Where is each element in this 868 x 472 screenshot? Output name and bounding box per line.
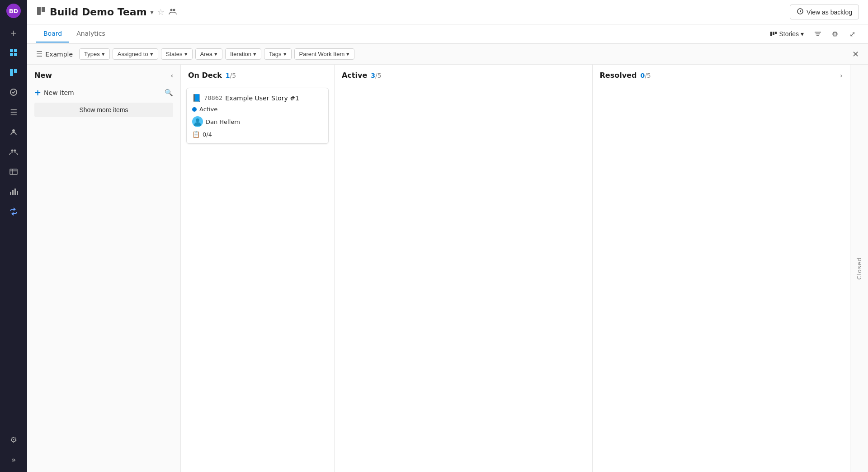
- pipelines-icon[interactable]: [5, 203, 23, 221]
- svg-rect-1: [14, 49, 17, 52]
- team-members-icon[interactable]: [168, 7, 177, 18]
- column-active-count: 3/5: [371, 72, 381, 79]
- svg-rect-24: [775, 32, 777, 34]
- card-id: 78862: [204, 94, 222, 101]
- new-item-row[interactable]: + New item 🔍: [27, 84, 180, 101]
- column-resolved-arrow-icon[interactable]: ›: [840, 72, 843, 79]
- types-chevron: ▾: [102, 51, 105, 57]
- svg-point-20: [173, 9, 175, 11]
- avatar[interactable]: BD: [6, 4, 21, 18]
- svg-rect-22: [770, 32, 772, 36]
- board-header-icon: [36, 6, 46, 18]
- svg-rect-18: [42, 7, 45, 12]
- status-label: Active: [199, 106, 217, 113]
- svg-rect-4: [10, 69, 13, 76]
- column-active: Active 3/5: [335, 65, 593, 472]
- closed-label: Closed: [856, 257, 863, 280]
- svg-point-8: [11, 150, 14, 152]
- stories-label: Stories: [779, 30, 799, 38]
- backlog-icon: [797, 8, 804, 16]
- team-icon[interactable]: [5, 143, 23, 161]
- title-dropdown-icon[interactable]: ▾: [151, 9, 154, 16]
- new-item-label: New item: [44, 89, 74, 96]
- filter-icon-button[interactable]: [811, 27, 825, 41]
- card-status: Active: [192, 106, 323, 113]
- new-item-plus-icon: +: [34, 88, 41, 97]
- tags-filter-button[interactable]: Tags ▾: [264, 48, 291, 60]
- search-icon[interactable]: 🔍: [165, 89, 173, 97]
- svg-rect-23: [773, 32, 774, 35]
- tags-chevron: ▾: [283, 51, 287, 57]
- tab-controls: Stories ▾ ⚙ ⤢: [766, 24, 859, 43]
- tab-analytics[interactable]: Analytics: [69, 25, 113, 42]
- states-filter-button[interactable]: States ▾: [161, 48, 193, 60]
- status-dot: [192, 107, 197, 112]
- sprint-icon[interactable]: [5, 83, 23, 101]
- states-chevron: ▾: [184, 51, 188, 57]
- column-on-deck-count: 1/5: [226, 72, 236, 79]
- favorite-icon[interactable]: ☆: [157, 7, 165, 17]
- tags-label: Tags: [269, 51, 281, 57]
- sidebar: BD + ☰ ⚙ »: [0, 0, 27, 472]
- column-resolved-header: Resolved 0/5 ›: [593, 65, 850, 84]
- task-count: 0/4: [203, 131, 212, 138]
- analytics-icon[interactable]: [5, 183, 23, 201]
- filter-bar-icon: ☰: [36, 50, 42, 58]
- area-chevron: ▾: [214, 51, 217, 57]
- parent-work-item-filter-button[interactable]: Parent Work Item ▾: [294, 48, 355, 60]
- table-icon[interactable]: [5, 163, 23, 181]
- svg-rect-10: [10, 169, 17, 175]
- expand-icon-button[interactable]: ⤢: [845, 27, 859, 41]
- show-more-items-button[interactable]: Show more items: [34, 103, 173, 117]
- person-icon[interactable]: [5, 123, 23, 141]
- svg-rect-16: [17, 191, 18, 195]
- column-on-deck-title: On Deck: [188, 71, 222, 80]
- column-closed: Closed: [850, 65, 868, 472]
- svg-rect-14: [12, 190, 14, 195]
- filter-bar: ☰ Example Types ▾ Assigned to ▾ States ▾…: [27, 44, 868, 65]
- column-new-collapse-icon[interactable]: ‹: [170, 72, 173, 79]
- svg-rect-2: [10, 53, 13, 56]
- svg-rect-15: [14, 189, 16, 195]
- settings-icon[interactable]: ⚙: [5, 430, 23, 448]
- settings-icon-button[interactable]: ⚙: [828, 27, 842, 41]
- filter-close-button[interactable]: ✕: [852, 49, 859, 59]
- svg-point-9: [14, 150, 16, 152]
- view-as-backlog-button[interactable]: View as backlog: [790, 5, 859, 19]
- iteration-label: Iteration: [230, 51, 251, 57]
- stories-chevron-icon: ▾: [801, 30, 804, 38]
- svg-rect-5: [14, 69, 17, 73]
- assignee-avatar: [192, 116, 203, 127]
- parent-work-item-chevron: ▾: [346, 51, 349, 57]
- area-label: Area: [200, 51, 212, 57]
- collapse-icon[interactable]: »: [5, 450, 23, 468]
- iteration-filter-button[interactable]: Iteration ▾: [225, 48, 261, 60]
- boards-active-icon[interactable]: [5, 63, 23, 81]
- stories-dropdown-button[interactable]: Stories ▾: [766, 28, 807, 39]
- list-icon[interactable]: ☰: [5, 103, 23, 121]
- card-78862[interactable]: 📘 78862 Example User Story #1 Active Dan…: [186, 88, 329, 144]
- area-filter-button[interactable]: Area ▾: [195, 48, 222, 60]
- plus-icon[interactable]: +: [5, 24, 23, 42]
- card-type-icon: 📘: [192, 94, 201, 102]
- svg-rect-0: [10, 49, 13, 52]
- card-title: Example User Story #1: [225, 94, 299, 102]
- iteration-chevron: ▾: [253, 51, 256, 57]
- home-icon[interactable]: [5, 43, 23, 61]
- types-filter-button[interactable]: Types ▾: [79, 48, 110, 60]
- tab-board[interactable]: Board: [36, 25, 69, 42]
- card-top: 📘 78862 Example User Story #1: [192, 94, 323, 102]
- column-active-title: Active: [342, 71, 367, 80]
- column-new-title: New: [34, 71, 52, 80]
- svg-point-28: [196, 118, 199, 122]
- svg-rect-17: [37, 7, 41, 15]
- parent-work-item-label: Parent Work Item: [299, 51, 345, 57]
- assigned-to-label: Assigned to: [118, 51, 148, 57]
- assigned-to-filter-button[interactable]: Assigned to ▾: [113, 48, 158, 60]
- card-assignee: Dan Hellem: [192, 116, 323, 127]
- svg-rect-3: [14, 53, 17, 56]
- column-on-deck: On Deck 1/5 📘 78862 Example User Story #…: [181, 65, 335, 472]
- board: New ‹ + New item 🔍 Show more items On De…: [27, 65, 868, 472]
- card-tasks: 📋 0/4: [192, 131, 323, 138]
- task-icon: 📋: [192, 131, 200, 138]
